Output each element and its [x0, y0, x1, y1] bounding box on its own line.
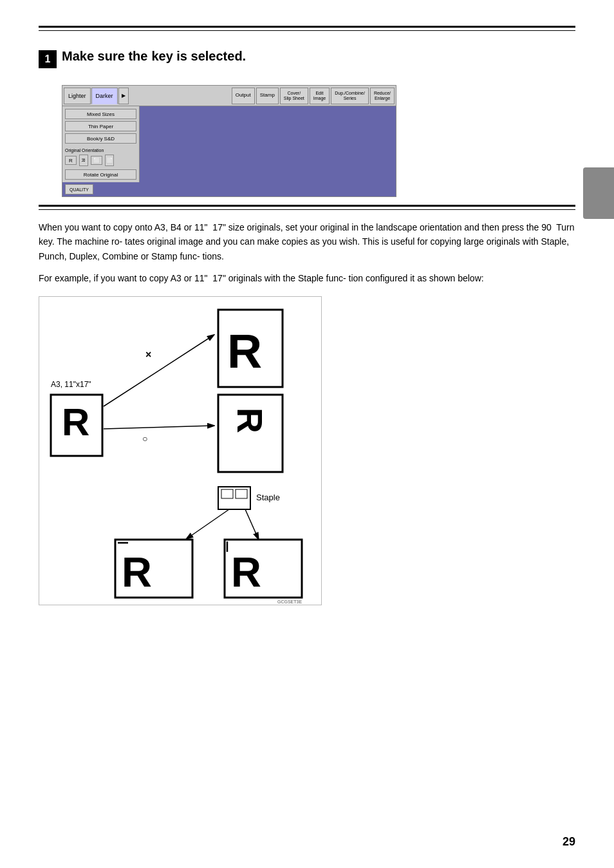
arrow-x-line — [104, 335, 213, 406]
ui-orient-btn-3[interactable]: ⬜ — [91, 156, 102, 165]
diagram-svg: A3, 11"x17" R R × ○ R Staple — [39, 297, 322, 606]
thin-line — [39, 30, 575, 31]
staple-icon-inner — [221, 489, 233, 498]
arrow-staple-left — [187, 509, 229, 538]
step-instruction: Make sure the key is selected. — [62, 49, 575, 64]
diagram-label: A3, 11"x17" — [51, 380, 91, 389]
mid-right-r-rotated: R — [230, 408, 270, 433]
diagram-code: GCGSET3E — [277, 599, 302, 604]
x-label: × — [145, 349, 151, 360]
ui-tab-darker[interactable]: Darker — [91, 88, 118, 104]
ui-btn-edit[interactable]: EditImage — [310, 88, 330, 104]
step-text-after: key is selected. — [151, 49, 246, 64]
ui-right-area — [140, 106, 396, 182]
ui-content: Mixed Sizes Thin Paper Book/y S&D Origin… — [62, 106, 396, 182]
ui-orient-btn-4[interactable]: ⬜ — [105, 155, 114, 166]
ui-toolbar: Lighter Darker ▶ Output Stamp Cover/Slip… — [62, 86, 396, 106]
ui-btn-cover[interactable]: Cover/Slip Sheet — [280, 88, 308, 104]
ui-btn-output[interactable]: Output — [232, 88, 255, 104]
thick-line — [39, 26, 575, 28]
ui-bottom-bar: QUALITY — [62, 182, 396, 196]
bottom-right-r-letter: R — [231, 549, 261, 596]
left-r-letter: R — [62, 401, 89, 444]
top-separator — [39, 26, 575, 31]
ui-btn-dup[interactable]: Dup./Combine/Series — [331, 88, 369, 104]
ui-orient-btn-1[interactable]: R — [65, 156, 77, 165]
section-separator-thick — [39, 205, 575, 207]
ui-bottom-tab-quality[interactable]: QUALITY — [65, 184, 93, 194]
side-tab — [583, 167, 614, 219]
o-label: ○ — [142, 433, 147, 444]
ui-toolbar-right: Output Stamp Cover/Slip Sheet EditImage … — [232, 86, 395, 106]
ui-btn-book[interactable]: Book/y S&D — [65, 133, 136, 144]
ui-orientation-buttons: R R ⬜ ⬜ — [65, 156, 136, 165]
step-1-box: 1 Make sure the key is selected. — [39, 42, 575, 75]
ui-btn-mixed-sizes[interactable]: Mixed Sizes — [65, 109, 136, 119]
body-paragraph-2: For example, if you want to copy A3 or 1… — [39, 271, 575, 285]
ui-tab-arrow[interactable]: ▶ — [118, 88, 129, 104]
ui-tab-lighter[interactable]: Lighter — [64, 88, 91, 104]
ui-btn-reduce[interactable]: Reduce/Enlarge — [370, 88, 395, 104]
ui-panel: Lighter Darker ▶ Output Stamp Cover/Slip… — [62, 85, 396, 197]
ui-btn-stamp[interactable]: Stamp — [256, 88, 279, 104]
step-text-before: Make sure the — [62, 49, 147, 64]
body-paragraph-1: When you want to copy onto A3, B4 or 11"… — [39, 220, 575, 263]
section-separator-thin — [39, 209, 575, 210]
arrow-o-line — [104, 426, 213, 429]
ui-left-panel: Mixed Sizes Thin Paper Book/y S&D Origin… — [62, 106, 140, 182]
mid-right-r-box — [218, 395, 283, 472]
ui-orientation-label: Original Orientation — [65, 148, 136, 153]
ui-orient-btn-2[interactable]: R — [79, 155, 88, 166]
page-number: 29 — [563, 835, 575, 849]
bottom-left-r-letter: R — [122, 549, 152, 596]
arrow-staple-right — [245, 509, 258, 538]
step-number: 1 — [39, 50, 57, 68]
diagram-container: A3, 11"x17" R R × ○ R Staple — [39, 296, 322, 605]
ui-btn-rotate[interactable]: Rotate Original — [65, 169, 136, 180]
svg-text:R: R — [230, 408, 270, 433]
ui-tabs-left: Lighter Darker ▶ — [64, 86, 129, 106]
staple-icon-inner2 — [236, 489, 247, 498]
page-container: 1 Make sure the key is selected. Lighter… — [0, 0, 614, 868]
staple-text: Staple — [256, 493, 280, 502]
top-right-r-letter: R — [227, 324, 262, 378]
ui-btn-thin-paper[interactable]: Thin Paper — [65, 121, 136, 131]
